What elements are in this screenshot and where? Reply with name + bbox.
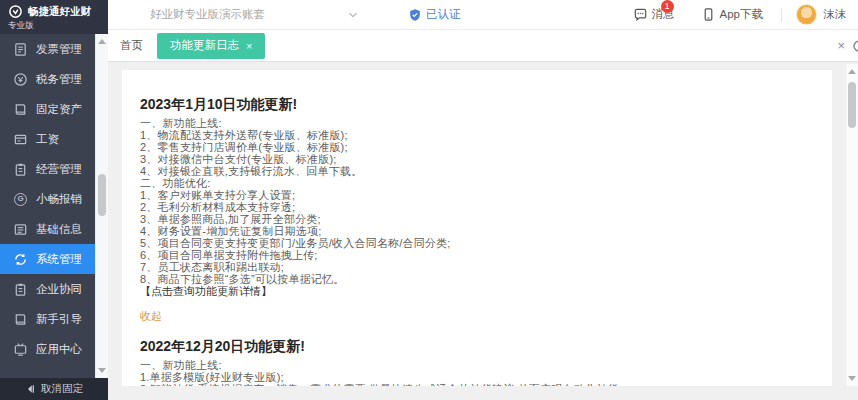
app-center-icon: [13, 342, 28, 357]
sidebar-item-label: 小畅报销: [36, 192, 82, 207]
invoice-icon: [13, 42, 28, 57]
sidebar-item-label: 发票管理: [36, 42, 82, 57]
log-line: 1.单据多模版(好业财专业版);: [140, 371, 812, 383]
log-line: 2、毛利分析材料成本支持穿透;: [140, 201, 812, 213]
sidebar-item-operations[interactable]: 经营管理: [0, 154, 95, 184]
operations-icon: [13, 162, 28, 177]
collapse-link[interactable]: 收起: [140, 310, 162, 322]
log-line: 一、新功能上线:: [140, 359, 812, 371]
payroll-icon: [13, 132, 28, 147]
update-log-panel: 2023年1月10日功能更新! 一、新功能上线: 1、物流配送支持外送帮(专业版…: [122, 70, 832, 386]
user-menu[interactable]: 沫沫: [796, 4, 846, 25]
log-line: 3、对接微信中台支付(专业版、标准版);: [140, 153, 812, 165]
sidebar-item-label: 基础信息: [36, 222, 82, 237]
messages-button[interactable]: 消息 1: [633, 7, 675, 22]
guide-icon: [13, 312, 28, 327]
reimburse-icon: G: [13, 192, 28, 207]
sidebar-item-label: 经营管理: [36, 162, 82, 177]
sidebar-item-app-center[interactable]: 应用中心: [0, 334, 95, 364]
sidebar-scroll-thumb[interactable]: [98, 174, 106, 216]
header-divider: [781, 8, 782, 22]
section-title: 2022年12月20日功能更新!: [140, 338, 812, 355]
log-section-2023-01-10: 2023年1月10日功能更新! 一、新功能上线: 1、物流配送支持外送帮(专业版…: [140, 96, 812, 324]
content-scroll-thumb[interactable]: [848, 82, 856, 128]
system-icon: [13, 252, 28, 267]
sidebar-item-fixed-assets[interactable]: 固定资产: [0, 94, 95, 124]
verified-badge: 已认证: [408, 7, 461, 22]
sidebar-item-reimburse[interactable]: G小畅报销: [0, 184, 95, 214]
log-line: 5、项目合同变更支持变更部门/业务员/收入合同名称/合同分类;: [140, 237, 812, 249]
sidebar-item-label: 新手引导: [36, 312, 82, 327]
sidebar-item-label: 税务管理: [36, 72, 82, 87]
log-line: 4、对接银企直联,支持银行流水、回单下载。: [140, 165, 812, 177]
brand-name: 畅捷通好业财: [28, 5, 91, 19]
sidebar-nav: 发票管理 税务管理 固定资产 工资 经营管理 G小畅报销 基础信息 系统管理 企…: [0, 34, 95, 378]
collaboration-icon: [13, 282, 28, 297]
update-detail-link[interactable]: 【点击查询功能更新详情】: [140, 285, 812, 297]
scroll-up-icon[interactable]: [98, 39, 106, 44]
sidebar-item-label: 固定资产: [36, 102, 82, 117]
account-selector[interactable]: 好业财专业版演示账套: [150, 7, 360, 22]
sidebar-item-label: 系统管理: [36, 252, 82, 267]
sidebar-scrollbar[interactable]: [95, 34, 108, 378]
sidebar-item-invoice[interactable]: 发票管理: [0, 34, 95, 64]
main-area: 好业财专业版演示账套 已认证 消息 1 App下载 沫沫: [108, 0, 858, 400]
log-line: 1、客户对账单支持分享人设置;: [140, 189, 812, 201]
app-download-label: App下载: [720, 7, 763, 22]
messages-count-badge: 1: [661, 0, 674, 13]
sidebar-item-basic-info[interactable]: 基础信息: [0, 214, 95, 244]
log-line: 3、单据参照商品,加了展开全部分类;: [140, 213, 812, 225]
sidebar-item-collaboration[interactable]: 企业协同: [0, 274, 95, 304]
tab-close-icon[interactable]: ×: [246, 40, 252, 52]
sidebar-item-tax[interactable]: 税务管理: [0, 64, 95, 94]
sidebar-item-label: 应用中心: [36, 342, 82, 357]
scroll-down-icon[interactable]: [98, 368, 106, 373]
log-line: 7、员工状态离职和踢出联动;: [140, 261, 812, 273]
phone-icon: [701, 7, 716, 22]
app-window: 畅捷通好业财 专业版 发票管理 税务管理 固定资产 工资 经营管理 G小畅报销 …: [0, 0, 858, 400]
sidebar-item-payroll[interactable]: 工资: [0, 124, 95, 154]
sidebar-item-label: 工资: [36, 132, 59, 147]
log-line: 一、新功能上线:: [140, 117, 812, 129]
log-line: 4、财务设置-增加凭证复制日期选项;: [140, 225, 812, 237]
brand-logo: 畅捷通好业财 专业版: [0, 0, 108, 34]
fixed-assets-icon: [13, 102, 28, 117]
log-line: 二、功能优化:: [140, 177, 812, 189]
refresh-icon[interactable]: [851, 38, 858, 54]
basic-info-icon: [13, 222, 28, 237]
chevron-down-icon: [346, 8, 360, 22]
scroll-down-icon[interactable]: [848, 376, 856, 381]
scroll-up-icon[interactable]: [848, 69, 856, 74]
tab-home[interactable]: 首页: [120, 38, 143, 53]
avatar: [796, 4, 817, 25]
close-all-tabs-icon[interactable]: ×: [831, 38, 851, 53]
account-selector-value: 好业财专业版演示账套: [150, 7, 265, 22]
sidebar-item-label: 企业协同: [36, 282, 82, 297]
log-line: 8、商品下拉参照“多选”可以按单据记忆。: [140, 273, 812, 285]
log-line: 2.智能补货:系统根据库存、销售、需求的需要,批量快速生成适合的补货建议,从而实…: [140, 383, 812, 386]
message-icon: [633, 7, 648, 22]
sidebar: 畅捷通好业财 专业版 发票管理 税务管理 固定资产 工资 经营管理 G小畅报销 …: [0, 0, 108, 400]
log-line: 6、项目合同单据支持附件拖拽上传;: [140, 249, 812, 261]
verified-label: 已认证: [426, 7, 461, 22]
tab-label: 功能更新日志: [170, 38, 239, 53]
unpin-sidebar-button[interactable]: 取消固定: [0, 378, 108, 400]
username: 沫沫: [823, 7, 846, 22]
tax-icon: [13, 72, 28, 87]
top-header: 好业财专业版演示账套 已认证 消息 1 App下载 沫沫: [108, 0, 858, 30]
pin-icon: [25, 383, 37, 395]
tab-update-log[interactable]: 功能更新日志 ×: [157, 33, 265, 59]
sidebar-item-guide[interactable]: 新手引导: [0, 304, 95, 334]
content-area: 2023年1月10日功能更新! 一、新功能上线: 1、物流配送支持外送帮(专业版…: [108, 62, 858, 400]
section-title: 2023年1月10日功能更新!: [140, 96, 812, 113]
app-download-button[interactable]: App下载: [701, 7, 763, 22]
brand-edition: 专业版: [8, 20, 102, 32]
log-section-2022-12-20: 2022年12月20日功能更新! 一、新功能上线: 1.单据多模版(好业财专业版…: [140, 338, 812, 386]
shield-check-icon: [408, 8, 422, 22]
content-scrollbar[interactable]: [845, 64, 858, 386]
log-line: 1、物流配送支持外送帮(专业版、标准版);: [140, 129, 812, 141]
sidebar-item-system[interactable]: 系统管理: [0, 244, 95, 274]
log-line: 2、零售支持门店调价单(专业版、标准版);: [140, 141, 812, 153]
tab-bar: 首页 功能更新日志 × ×: [108, 30, 858, 62]
unpin-label: 取消固定: [41, 382, 83, 396]
